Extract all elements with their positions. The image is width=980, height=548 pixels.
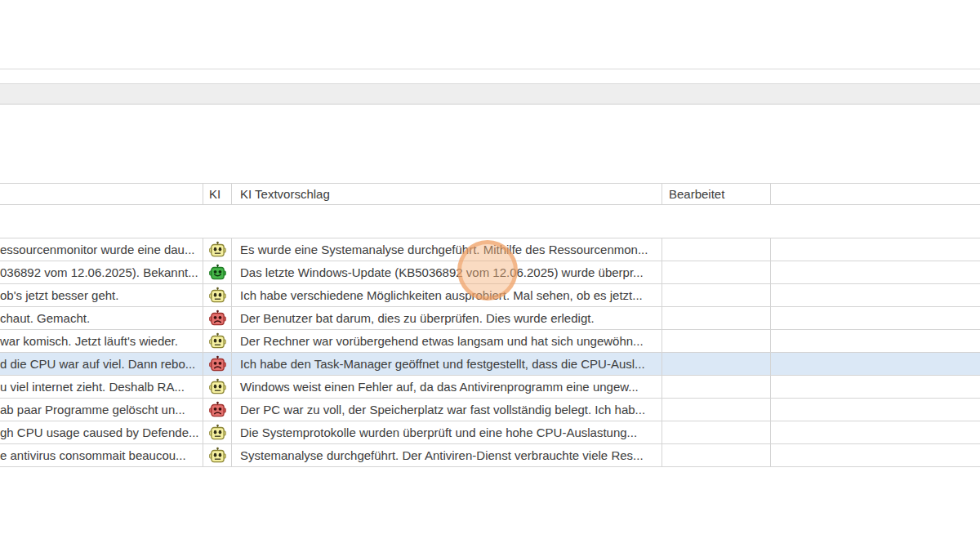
cell-ki-status [203, 261, 232, 283]
row-left-text: chaut. Gemacht. [0, 311, 90, 325]
row-suggestion-text: Der Rechner war vorübergehend etwas lang… [240, 334, 644, 348]
robot-sad-icon [209, 310, 226, 327]
cell-filler [771, 330, 980, 352]
cell-filler [771, 376, 980, 398]
cell-ki-suggestion: Ich habe verschiedene Möglichkeiten ausp… [232, 284, 662, 306]
column-header-ki-textvorschlag-label: KI Textvorschlag [240, 187, 330, 201]
cell-bearbeitet [662, 307, 771, 329]
cell-user-text: u viel internet zieht. Deshalb RA... [0, 376, 203, 398]
row-suggestion-text: Ich habe verschiedene Möglichkeiten ausp… [240, 288, 643, 302]
cell-bearbeitet [662, 399, 771, 421]
cell-filler [771, 284, 980, 306]
cell-ki-suggestion: Windows weist einen Fehler auf, da das A… [232, 376, 662, 398]
toolbar-band [0, 84, 980, 105]
table-row[interactable]: ab paar Programme gelöscht un... Der PC … [0, 399, 980, 421]
cell-user-text: 036892 vom 12.06.2025). Bekannt... [0, 261, 203, 283]
robot-neutral-icon [209, 287, 226, 304]
row-suggestion-text: Das letzte Windows-Update (KB5036892 vom… [240, 265, 644, 279]
cell-user-text: essourcenmonitor wurde eine dau... [0, 238, 203, 261]
cell-user-text: chaut. Gemacht. [0, 307, 203, 329]
table-row[interactable]: e antivirus consommait beaucou... System… [0, 444, 980, 467]
row-suggestion-text: Ich habe den Task-Manager geöffnet und f… [240, 357, 645, 371]
column-header-left [0, 184, 203, 204]
table-header-row: KI KI Textvorschlag Bearbeitet [0, 183, 980, 205]
cell-ki-suggestion: Ich habe den Task-Manager geöffnet und f… [232, 353, 662, 375]
table-row[interactable]: gh CPU usage caused by Defende... Die Sy… [0, 421, 980, 444]
cell-bearbeitet [662, 421, 771, 443]
row-left-text: d die CPU war auf viel. Dann rebo... [0, 357, 195, 371]
separator-line-top [0, 69, 980, 69]
cell-ki-status [203, 376, 232, 398]
cell-user-text: ab paar Programme gelöscht un... [0, 399, 203, 421]
cell-filler [771, 238, 980, 261]
table-body: essourcenmonitor wurde eine dau... Es wu… [0, 238, 980, 467]
cell-ki-status [203, 421, 232, 443]
robot-neutral-icon [209, 332, 226, 350]
column-header-ki-textvorschlag[interactable]: KI Textvorschlag [232, 184, 662, 204]
cell-user-text: war komisch. Jetzt läuft's wieder. [0, 330, 203, 352]
cell-ki-status [203, 307, 232, 329]
table-row[interactable]: d die CPU war auf viel. Dann rebo... Ich… [0, 353, 980, 376]
cell-user-text: ob's jetzt besser geht. [0, 284, 203, 306]
row-suggestion-text: Es wurde eine Systemanalyse durchgeführt… [240, 243, 648, 256]
cell-ki-status [203, 330, 232, 352]
cell-ki-suggestion: Der PC war zu voll, der Speicherplatz wa… [232, 399, 662, 421]
cell-ki-suggestion: Es wurde eine Systemanalyse durchgeführt… [232, 238, 662, 261]
cell-bearbeitet [662, 444, 771, 466]
robot-neutral-icon [209, 378, 226, 395]
row-left-text: 036892 vom 12.06.2025). Bekannt... [0, 265, 198, 279]
row-suggestion-text: Der Benutzer bat darum, dies zu überprüf… [240, 311, 595, 325]
table-row[interactable]: ob's jetzt besser geht. Ich habe verschi… [0, 284, 980, 307]
column-header-filler [771, 184, 980, 204]
cell-ki-suggestion: Das letzte Windows-Update (KB5036892 vom… [232, 261, 662, 283]
cell-ki-suggestion: Der Benutzer bat darum, dies zu überprüf… [232, 307, 662, 329]
cell-bearbeitet [662, 376, 771, 398]
robot-happy-icon [209, 264, 226, 281]
table-row[interactable]: war komisch. Jetzt läuft's wieder. Der R… [0, 330, 980, 353]
cell-bearbeitet [662, 261, 771, 283]
cell-filler [771, 444, 980, 466]
cell-ki-suggestion: Systemanalyse durchgeführt. Der Antivire… [232, 444, 662, 466]
robot-sad-icon [209, 401, 226, 418]
cell-filler [771, 353, 980, 375]
robot-sad-icon [209, 355, 226, 372]
row-left-text: ab paar Programme gelöscht un... [0, 403, 185, 417]
table-row[interactable]: essourcenmonitor wurde eine dau... Es wu… [0, 238, 980, 261]
row-left-text: u viel internet zieht. Deshalb RA... [0, 380, 185, 394]
row-suggestion-text: Systemanalyse durchgeführt. Der Antivire… [240, 448, 644, 462]
table-row[interactable]: 036892 vom 12.06.2025). Bekannt... Das l… [0, 261, 980, 284]
column-header-ki-label: KI [209, 187, 220, 201]
cell-bearbeitet [662, 353, 771, 375]
row-suggestion-text: Windows weist einen Fehler auf, da das A… [240, 380, 639, 394]
table-row[interactable]: u viel internet zieht. Deshalb RA... Win… [0, 376, 980, 399]
cell-filler [771, 261, 980, 283]
cell-ki-status [203, 238, 232, 261]
robot-neutral-icon [209, 447, 226, 464]
cell-ki-status [203, 353, 232, 375]
row-suggestion-text: Die Systemprotokolle wurden überprüft un… [240, 425, 637, 439]
cell-user-text: d die CPU war auf viel. Dann rebo... [0, 353, 203, 375]
cell-bearbeitet [662, 284, 771, 306]
column-header-ki[interactable]: KI [203, 184, 232, 204]
cell-filler [771, 399, 980, 421]
cell-ki-status [203, 444, 232, 466]
row-left-text: war komisch. Jetzt läuft's wieder. [0, 334, 178, 348]
robot-neutral-icon [209, 424, 226, 441]
column-header-bearbeitet-label: Bearbeitet [669, 187, 724, 201]
cell-user-text: gh CPU usage caused by Defende... [0, 421, 203, 443]
cell-bearbeitet [662, 238, 771, 261]
cell-bearbeitet [662, 330, 771, 352]
column-header-bearbeitet[interactable]: Bearbeitet [662, 184, 771, 204]
cell-ki-status [203, 284, 232, 306]
cell-user-text: e antivirus consommait beaucou... [0, 444, 203, 466]
row-left-text: ob's jetzt besser geht. [0, 288, 118, 302]
table-row[interactable]: chaut. Gemacht. Der Benutzer bat darum, … [0, 307, 980, 330]
cell-ki-suggestion: Der Rechner war vorübergehend etwas lang… [232, 330, 662, 352]
cell-filler [771, 307, 980, 329]
row-left-text: gh CPU usage caused by Defende... [0, 425, 199, 439]
robot-neutral-icon [209, 241, 226, 258]
cell-ki-status [203, 399, 232, 421]
cell-filler [771, 421, 980, 443]
cell-ki-suggestion: Die Systemprotokolle wurden überprüft un… [232, 421, 662, 443]
row-left-text: essourcenmonitor wurde eine dau... [0, 243, 194, 256]
